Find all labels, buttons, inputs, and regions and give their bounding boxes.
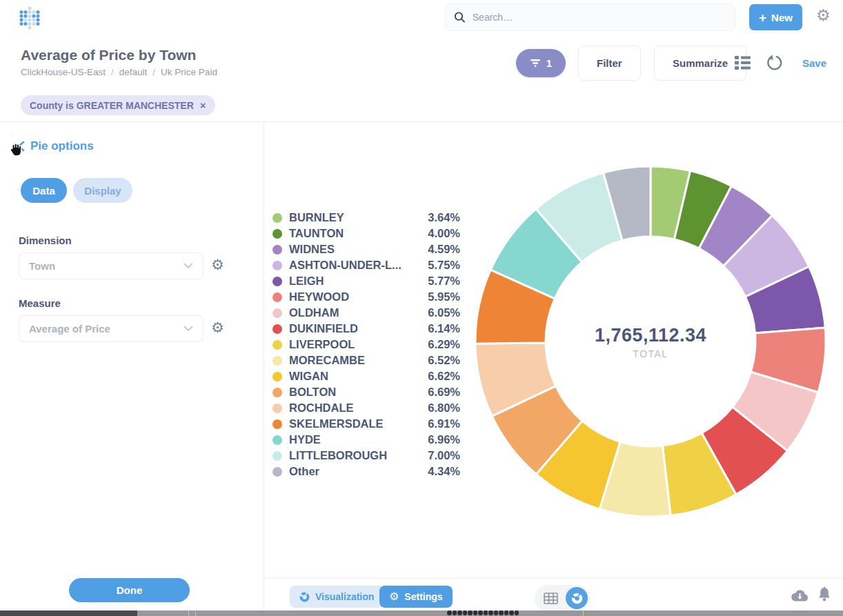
- legend-item[interactable]: ASHTON-UNDER-L...5.75%: [272, 257, 460, 273]
- breadcrumb-database[interactable]: ClickHouse-US-East: [21, 67, 106, 77]
- strip-separator: [583, 610, 584, 616]
- visualization-button-label: Visualization: [315, 591, 374, 602]
- done-button[interactable]: Done: [69, 578, 190, 602]
- breadcrumb-separator: /: [111, 67, 114, 77]
- new-button-label: New: [771, 12, 793, 23]
- search-bar[interactable]: [445, 3, 735, 31]
- legend-color-dot: [272, 388, 282, 397]
- divider: [0, 121, 843, 122]
- legend-color-dot: [272, 277, 282, 286]
- legend-item[interactable]: OLDHAM6.05%: [272, 305, 460, 321]
- breadcrumb-table[interactable]: Uk Price Paid: [161, 67, 217, 77]
- donut-chart[interactable]: [471, 162, 830, 521]
- save-button[interactable]: Save: [802, 57, 826, 69]
- remove-filter-icon[interactable]: ×: [200, 99, 206, 111]
- breadcrumb-schema[interactable]: default: [119, 67, 148, 77]
- legend-percent: 6.14%: [417, 322, 460, 335]
- legend-color-dot: [272, 419, 282, 429]
- legend-label: OLDHAM: [289, 306, 417, 319]
- legend-color-dot: [272, 308, 282, 318]
- legend-item[interactable]: LEIGH5.77%: [272, 273, 460, 289]
- measure-value: Average of Price: [29, 323, 110, 335]
- new-button[interactable]: + New: [749, 4, 802, 30]
- gear-icon: ⚙: [389, 591, 399, 602]
- tab-data[interactable]: Data: [21, 178, 67, 203]
- tab-display[interactable]: Display: [73, 178, 132, 203]
- table-pie-toggle: [535, 585, 590, 611]
- table-view-icon[interactable]: [544, 593, 558, 604]
- legend-item[interactable]: BOLTON6.69%: [272, 384, 460, 400]
- legend-label: SKELMERSDALE: [289, 417, 417, 430]
- legend-color-dot: [272, 372, 282, 381]
- background-window-sliver: [0, 610, 843, 616]
- strip-separator: [195, 610, 196, 616]
- filter-chip[interactable]: County is GREATER MANCHESTER ×: [21, 95, 215, 115]
- filter-count-pill[interactable]: 1: [516, 49, 566, 77]
- summarize-button[interactable]: Summarize: [654, 46, 746, 81]
- sidebar-divider: [264, 122, 264, 616]
- search-icon: [454, 11, 466, 23]
- bell-icon[interactable]: [817, 586, 832, 606]
- notebook-editor-icon[interactable]: [734, 55, 751, 72]
- legend-label: BURNLEY: [289, 211, 417, 224]
- chart-legend: BURNLEY3.64%TAUNTON4.00%WIDNES4.59%ASHTO…: [272, 210, 460, 479]
- legend-color-dot: [272, 245, 282, 255]
- pie-view-toggle-active[interactable]: [566, 587, 588, 609]
- legend-item[interactable]: HYDE6.96%: [272, 432, 460, 448]
- legend-percent: 5.95%: [417, 290, 460, 304]
- funnel-icon: [530, 59, 541, 68]
- legend-item[interactable]: WIDNES4.59%: [272, 241, 460, 257]
- legend-color-dot: [272, 340, 282, 350]
- visualization-button[interactable]: Visualization: [290, 586, 384, 608]
- dimension-select[interactable]: Town: [19, 252, 204, 279]
- legend-color-dot: [272, 213, 282, 223]
- legend-color-dot: [272, 435, 282, 445]
- legend-item[interactable]: TAUNTON4.00%: [272, 226, 460, 241]
- legend-item[interactable]: ROCHDALE6.80%: [272, 400, 460, 416]
- breadcrumb-separator: /: [152, 67, 155, 77]
- sidebar-title[interactable]: Pie options: [30, 139, 94, 153]
- legend-color-dot: [272, 261, 282, 270]
- plus-icon: +: [759, 11, 766, 24]
- filter-count: 1: [546, 57, 552, 69]
- admin-gear-icon[interactable]: ⚙: [816, 8, 831, 23]
- search-input[interactable]: [473, 12, 726, 23]
- legend-label: ROCHDALE: [289, 401, 417, 415]
- legend-item[interactable]: BURNLEY3.64%: [272, 210, 460, 226]
- legend-percent: 6.91%: [417, 417, 460, 430]
- legend-item[interactable]: SKELMERSDALE6.91%: [272, 416, 460, 432]
- legend-label: TAUNTON: [289, 227, 417, 240]
- legend-label: LIVERPOOL: [289, 338, 417, 351]
- download-icon[interactable]: [791, 588, 809, 605]
- legend-item[interactable]: HEYWOOD5.95%: [272, 289, 460, 305]
- legend-label: HYDE: [289, 433, 417, 446]
- legend-color-dot: [272, 292, 282, 302]
- legend-percent: 4.00%: [417, 227, 460, 240]
- legend-label: HEYWOOD: [289, 290, 417, 304]
- legend-item[interactable]: LIVERPOOL6.29%: [272, 337, 460, 352]
- legend-label: WIDNES: [289, 243, 417, 256]
- legend-percent: 5.75%: [417, 259, 460, 272]
- filter-button[interactable]: Filter: [578, 46, 641, 81]
- dimension-gear-icon[interactable]: ⚙: [211, 258, 224, 272]
- metabase-logo[interactable]: [19, 6, 40, 30]
- legend-item[interactable]: WIGAN6.62%: [272, 368, 460, 384]
- legend-percent: 6.29%: [417, 338, 460, 351]
- legend-item[interactable]: MORECAMBE6.52%: [272, 352, 460, 368]
- legend-color-dot: [272, 467, 282, 477]
- legend-item[interactable]: Other4.34%: [272, 464, 460, 479]
- chevron-down-icon: [184, 263, 193, 269]
- measure-select[interactable]: Average of Price: [19, 315, 204, 342]
- legend-percent: 5.77%: [417, 275, 460, 288]
- filter-chip-label: County is GREATER MANCHESTER: [30, 100, 194, 111]
- legend-item[interactable]: LITTLEBOROUGH7.00%: [272, 448, 460, 464]
- refresh-icon[interactable]: [765, 54, 782, 74]
- legend-label: BOLTON: [289, 386, 417, 399]
- measure-gear-icon[interactable]: ⚙: [211, 321, 224, 335]
- settings-button[interactable]: ⚙ Settings: [379, 586, 453, 608]
- strip-separator: [188, 610, 189, 616]
- legend-label: MORECAMBE: [289, 354, 417, 367]
- legend-label: LEIGH: [289, 275, 417, 288]
- legend-item[interactable]: DUKINFIELD6.14%: [272, 321, 460, 337]
- dimension-label: Dimension: [19, 235, 72, 246]
